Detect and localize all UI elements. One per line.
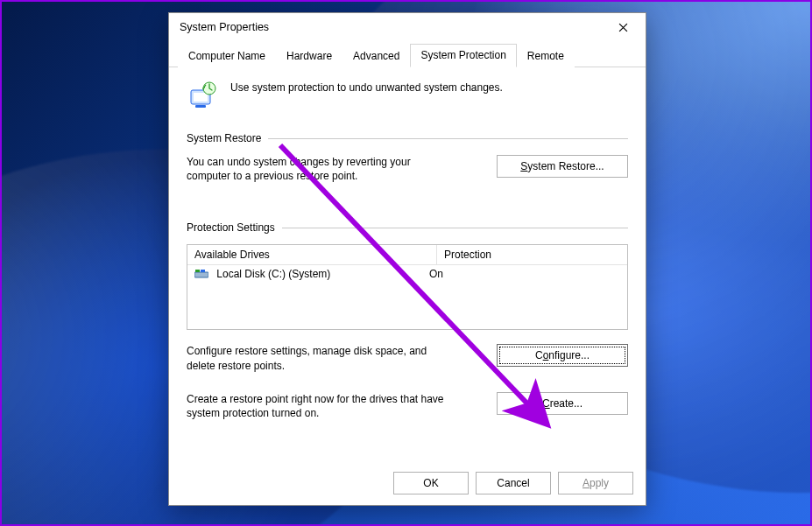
configure-desc: Configure restore settings, manage disk … — [187, 344, 455, 372]
listview-header: Available Drives Protection — [187, 245, 627, 265]
tab-system-protection[interactable]: System Protection — [410, 44, 516, 67]
drive-name: Local Disk (C:) (System) — [216, 268, 330, 280]
svg-rect-5 — [195, 270, 200, 272]
drive-protection-value: On — [429, 268, 620, 280]
tab-computer-name[interactable]: Computer Name — [178, 45, 276, 67]
tab-pane-system-protection: Use system protection to undo unwanted s… — [169, 67, 646, 463]
titlebar: System Properties — [169, 13, 646, 41]
col-header-protection[interactable]: Protection — [436, 245, 627, 264]
drives-listview[interactable]: Available Drives Protection Local Disk (… — [187, 244, 628, 330]
close-icon — [618, 23, 628, 32]
group-label-restore: System Restore — [187, 132, 261, 144]
apply-button: Apply — [558, 472, 633, 494]
svg-rect-2 — [195, 105, 206, 108]
window-title: System Properties — [180, 21, 269, 33]
svg-rect-6 — [201, 270, 205, 272]
tabstrip: Computer Name Hardware Advanced System P… — [169, 41, 646, 67]
close-button[interactable] — [604, 15, 642, 39]
list-item[interactable]: Local Disk (C:) (System) On — [187, 265, 627, 283]
cancel-button[interactable]: Cancel — [476, 472, 551, 494]
intro-row: Use system protection to undo unwanted s… — [187, 80, 628, 111]
svg-rect-4 — [194, 272, 208, 277]
drive-icon — [194, 269, 208, 277]
svg-rect-1 — [194, 93, 208, 102]
configure-button[interactable]: Configure... — [497, 344, 628, 367]
col-header-drives[interactable]: Available Drives — [187, 245, 436, 264]
restore-desc: You can undo system changes by reverting… — [187, 155, 455, 183]
intro-text: Use system protection to undo unwanted s… — [230, 80, 503, 111]
tab-advanced[interactable]: Advanced — [342, 45, 410, 67]
ok-button[interactable]: OK — [393, 472, 469, 494]
create-button[interactable]: Create... — [497, 392, 628, 415]
create-desc: Create a restore point right now for the… — [187, 392, 455, 420]
group-protection-settings: Protection Settings Available Drives Pro… — [187, 221, 628, 420]
dialog-button-bar: OK Cancel Apply — [169, 463, 646, 505]
tab-hardware[interactable]: Hardware — [276, 45, 342, 67]
tab-remote[interactable]: Remote — [517, 45, 575, 67]
system-restore-button[interactable]: System Restore... — [497, 155, 628, 178]
system-properties-dialog: System Properties Computer Name Hardware… — [168, 12, 646, 506]
system-protection-icon — [187, 80, 218, 111]
group-system-restore: System Restore You can undo system chang… — [187, 132, 628, 183]
group-label-protection: Protection Settings — [187, 221, 275, 234]
